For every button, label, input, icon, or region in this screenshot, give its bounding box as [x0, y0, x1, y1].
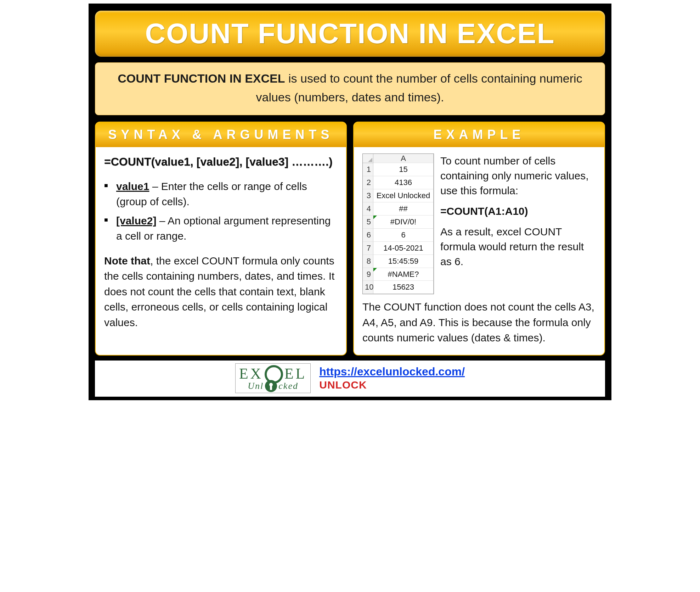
argument-list: value1 – Enter the cells or range of cel… — [104, 179, 338, 244]
logo-cked: cked — [278, 381, 298, 391]
row-number: 5 — [363, 216, 373, 229]
cell-value: 6 — [373, 229, 434, 242]
syntax-panel: SYNTAX & ARGUMENTS =COUNT(value1, [value… — [95, 122, 347, 355]
sheet-row: 24136 — [363, 176, 434, 189]
sheet-row: 5#DIV/0! — [363, 216, 434, 229]
footer-unlock-text: UNLOCK — [319, 379, 367, 391]
intro-box: COUNT FUNCTION IN EXCEL is used to count… — [95, 62, 605, 115]
row-number: 9 — [363, 268, 373, 281]
row-number: 7 — [363, 242, 373, 255]
row-number: 1 — [363, 163, 373, 176]
argument-name: [value2] — [116, 215, 156, 227]
intro-rest: is used to count the number of cells con… — [256, 72, 582, 104]
syntax-header: SYNTAX & ARGUMENTS — [96, 122, 346, 147]
syntax-note: Note that, the excel COUNT formula only … — [104, 253, 338, 330]
sheet-row: 1015623 — [363, 281, 434, 294]
logo-row2: Unl cked — [248, 380, 298, 392]
argument-name: value1 — [116, 180, 149, 192]
sheet-row: 66 — [363, 229, 434, 242]
example-body: A 115241363Excel Unlocked4##5#DIV/0!6671… — [354, 147, 604, 354]
infographic-page: COUNT FUNCTION IN EXCEL COUNT FUNCTION I… — [89, 4, 611, 400]
logo-row1: EX EL — [239, 365, 307, 382]
example-formula: =COUNT(A1:A10) — [440, 204, 597, 219]
sheet-row: 714-05-2021 — [363, 242, 434, 255]
cell-value: #NAME? — [373, 268, 434, 281]
cell-value: 15 — [373, 163, 434, 176]
example-text3: The COUNT function does not count the ce… — [362, 299, 597, 346]
cell-value: ## — [373, 202, 434, 216]
logo-el: EL — [284, 365, 307, 382]
logo-ex: EX — [239, 365, 263, 382]
sheet-row: 115 — [363, 163, 434, 176]
syntax-body: =COUNT(value1, [value2], [value3] ……….) … — [96, 147, 346, 339]
keyhole-icon — [265, 380, 277, 392]
sheet-row: 3Excel Unlocked — [363, 189, 434, 202]
row-number: 6 — [363, 229, 373, 242]
cell-value: 14-05-2021 — [373, 242, 434, 255]
cell-value: #DIV/0! — [373, 216, 434, 229]
syntax-formula: =COUNT(value1, [value2], [value3] ……….) — [104, 153, 338, 170]
page-title: COUNT FUNCTION IN EXCEL — [145, 17, 555, 50]
argument-item: value1 – Enter the cells or range of cel… — [104, 179, 338, 210]
sheet-row: 9#NAME? — [363, 268, 434, 281]
brand-logo: EX EL Unl cked — [235, 363, 311, 393]
row-number: 2 — [363, 176, 373, 189]
intro-bold: COUNT FUNCTION IN EXCEL — [118, 72, 285, 85]
row-number: 8 — [363, 255, 373, 268]
sheet-corner-icon — [363, 154, 373, 163]
row-number: 3 — [363, 189, 373, 202]
footer-right: https://excelunlocked.com/ UNLOCK — [319, 365, 465, 391]
cell-value: Excel Unlocked — [373, 189, 434, 202]
column-header: A — [373, 154, 434, 163]
title-banner: COUNT FUNCTION IN EXCEL — [95, 11, 605, 57]
argument-item: [value2] – An optional argument represen… — [104, 213, 338, 244]
example-text2: As a result, excel COUNT formula would r… — [440, 224, 597, 269]
example-panel: EXAMPLE A 115241363Excel Unlocked4##5#DI… — [353, 122, 605, 355]
example-header: EXAMPLE — [354, 122, 604, 147]
cell-value: 4136 — [373, 176, 434, 189]
panels-row: SYNTAX & ARGUMENTS =COUNT(value1, [value… — [95, 122, 605, 355]
example-text1: To count number of cells containing only… — [440, 153, 597, 198]
row-number: 4 — [363, 202, 373, 216]
footer-bar: EX EL Unl cked https://excelunlocked.com… — [95, 361, 605, 397]
example-right-text: To count number of cells containing only… — [440, 153, 597, 269]
footer-url-link[interactable]: https://excelunlocked.com/ — [319, 365, 465, 378]
cell-value: 15:45:59 — [373, 255, 434, 268]
sheet-row: 815:45:59 — [363, 255, 434, 268]
sheet-header-row: A — [363, 154, 434, 163]
example-top-row: A 115241363Excel Unlocked4##5#DIV/0!6671… — [362, 153, 597, 294]
logo-unl: Unl — [248, 381, 264, 391]
row-number: 10 — [363, 281, 373, 294]
spreadsheet-sample: A 115241363Excel Unlocked4##5#DIV/0!6671… — [362, 153, 434, 294]
note-label: Note that — [104, 255, 150, 267]
cell-value: 15623 — [373, 281, 434, 294]
sheet-row: 4## — [363, 202, 434, 216]
